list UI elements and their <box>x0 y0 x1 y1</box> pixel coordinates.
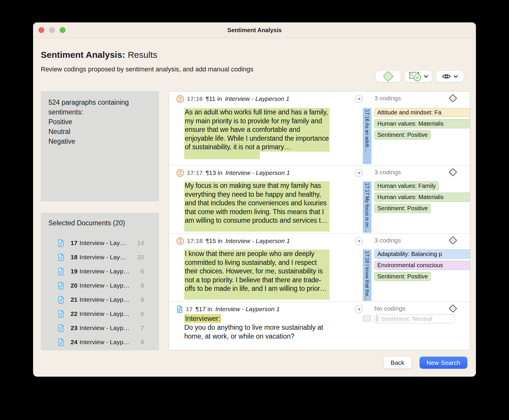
goto-source-button[interactable] <box>355 237 363 245</box>
document-item[interactable]: 17 Interview - Lay… 14 <box>41 236 159 250</box>
eye-icon <box>442 73 451 79</box>
document-item[interactable]: 18 Interview - Lay… 20 <box>41 250 159 264</box>
result-row[interactable]: 17:17 ¶13 in Interview - Layperson 1 3 c… <box>169 165 470 234</box>
sentiment-positive: Positive <box>48 117 151 127</box>
document-item[interactable]: 20 Interview - Layp… 9 <box>41 278 159 293</box>
window-title: Sentiment Analysis <box>227 27 282 34</box>
chevron-down-icon <box>454 75 458 78</box>
highlighted-text: I know that there are people who are dee… <box>184 250 329 293</box>
coding-chip[interactable]: Attitude and mindset: Fa <box>374 108 470 117</box>
page-subtitle: Review codings proposed by sentiment ana… <box>41 65 253 73</box>
codings-count: 3 codings <box>374 237 401 244</box>
segment-document: Interview - Layperson 1 <box>226 169 290 176</box>
segment-text-block: As an adult who works full time and has … <box>184 108 329 159</box>
highlight-overflow <box>184 293 329 300</box>
coding-chip[interactable]: Sentiment: Positive <box>374 272 431 281</box>
code-diamond-icon[interactable] <box>449 236 457 245</box>
arrow-right-icon <box>357 307 361 311</box>
documents-list: 17 Interview - Lay… 14 18 Interview - La… <box>41 236 159 349</box>
close-button[interactable] <box>38 27 44 33</box>
document-item[interactable]: 22 Interview - Layp… 6 <box>41 307 159 321</box>
codings-header: No codings <box>374 305 458 312</box>
coded-count: 8 <box>141 339 144 346</box>
code-diamond-icon[interactable] <box>449 94 457 102</box>
codings-count: 3 codings <box>374 95 401 102</box>
coded-segment-icon <box>177 237 184 245</box>
codings-header: 3 codings <box>374 95 458 102</box>
coded-count: 14 <box>137 239 144 247</box>
code-diamond-icon[interactable] <box>449 304 457 313</box>
documents-title: Selected Documents (20) <box>41 219 159 227</box>
ghost-chip-bar <box>376 316 378 322</box>
segment-position: ¶11 in <box>206 95 222 102</box>
traffic-lights <box>38 27 66 33</box>
segment-position: ¶17 in <box>195 306 212 313</box>
speaker-highlight: Interviewer: <box>184 314 221 323</box>
document-icon <box>58 324 64 332</box>
segment-document: Interview - Layperson 1 <box>215 306 280 313</box>
autocode-button[interactable] <box>405 71 432 82</box>
view-options-button[interactable] <box>436 71 464 82</box>
document-icon <box>58 268 64 275</box>
document-icon <box>58 239 64 247</box>
coding-chip[interactable]: Sentiment: Positive <box>374 130 431 140</box>
segment-header: 17:18 ¶15 in Interview - Layperson 1 <box>177 237 290 245</box>
coded-count: 6 <box>141 268 144 275</box>
document-item[interactable]: 23 Interview - Layp… 7 <box>41 321 159 335</box>
coding-stripe[interactable]: 17:16 As an adult… <box>363 108 371 164</box>
arrow-right-icon <box>357 97 361 101</box>
segment-text-block: My focus is on making sure that my famil… <box>184 181 329 232</box>
coding-chips: Attitude and mindset: Fa Human values: M… <box>374 108 470 140</box>
coding-chip[interactable]: Human values: Family <box>374 181 439 191</box>
coding-chip[interactable]: Human values: Materialis <box>374 193 470 202</box>
goto-source-button[interactable] <box>355 305 363 313</box>
results-panel: 17:16 ¶11 in Interview - Layperson 1 3 c… <box>169 91 470 350</box>
codings-count: 3 codings <box>374 169 401 176</box>
segment-time: 17:17 <box>187 169 203 176</box>
segment-header: 17:16 ¶11 in Interview - Layperson 1 <box>177 95 289 103</box>
coding-chip[interactable]: Adaptability: Balancing p <box>374 250 470 259</box>
sentiment-neutral: Neutral <box>48 127 151 137</box>
segment-doc-number: 17 <box>186 306 192 313</box>
result-row[interactable]: 17:18 ¶15 in Interview - Layperson 1 3 c… <box>169 234 470 302</box>
suggested-coding-chip[interactable]: Sentiment: Neutral <box>374 314 455 323</box>
document-item[interactable]: 24 Interview - Layp… 8 <box>41 335 159 349</box>
minimize-button[interactable] <box>49 27 55 33</box>
segment-header: 17 ¶17 in Interview - Layperson 1 <box>177 305 280 313</box>
page-title: Sentiment Analysis:Results <box>41 50 157 60</box>
segment-header: 17:17 ¶13 in Interview - Layperson 1 <box>177 169 290 177</box>
back-button[interactable]: Back <box>384 357 412 369</box>
codings-count: No codings <box>374 305 405 312</box>
segment-time: 17:16 <box>187 95 203 102</box>
segment-document: Interview - Layperson 1 <box>226 237 290 245</box>
ghost-coding-square <box>363 315 371 322</box>
document-icon <box>58 296 64 303</box>
goto-source-button[interactable] <box>355 169 363 177</box>
result-row[interactable]: 17 ¶17 in Interview - Layperson 1 No cod… <box>169 302 470 350</box>
coding-stripe[interactable]: 17:17 My focus is on… <box>363 181 371 233</box>
highlighted-text: As an adult who works full time and has … <box>184 108 329 152</box>
document-item[interactable]: 19 Interview - Layp… 6 <box>41 264 159 278</box>
goto-source-button[interactable] <box>355 95 363 103</box>
result-row[interactable]: 17:16 ¶11 in Interview - Layperson 1 3 c… <box>169 91 470 165</box>
coding-stripe[interactable]: 17:18 I know that the… <box>363 250 371 301</box>
green-diamond-icon <box>383 71 394 82</box>
segment-text-block: Interviewer: Do you do anything to live … <box>184 314 335 341</box>
coding-chips: Adaptability: Balancing p Environmental … <box>374 250 470 281</box>
code-button[interactable] <box>376 71 401 82</box>
segment-position: ¶13 in <box>206 169 223 176</box>
segment-text-block: I know that there are people who are dee… <box>184 250 329 300</box>
coding-chip[interactable]: Environmental conscious <box>374 261 470 270</box>
toolbar <box>376 71 464 82</box>
new-search-button[interactable]: New Search <box>420 357 467 369</box>
code-diamond-icon[interactable] <box>449 168 457 176</box>
sentiment-analysis-window: Sentiment Analysis Sentiment Analysis:Re… <box>33 22 476 377</box>
footer: Back New Search <box>384 357 467 369</box>
summary-text: 524 paragraphs containing sentiments: <box>48 98 151 117</box>
segment-document: Interview - Layperson 1 <box>225 95 289 102</box>
document-item[interactable]: 21 Interview - Layp… 8 <box>41 293 159 307</box>
coding-chip[interactable]: Sentiment: Positive <box>374 204 431 213</box>
zoom-button[interactable] <box>60 27 66 33</box>
sentiment-negative: Negative <box>48 137 151 146</box>
coding-chip[interactable]: Human values: Materialis <box>374 119 470 128</box>
